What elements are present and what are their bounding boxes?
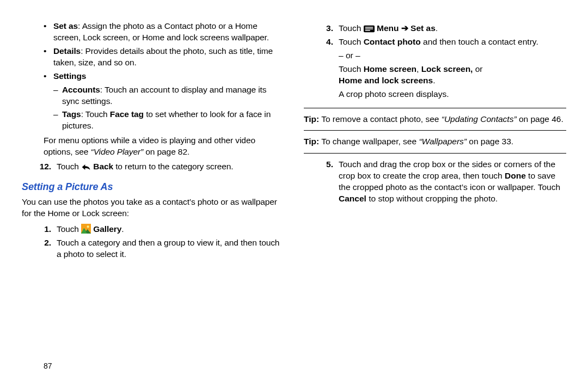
step-number: 2.: [22, 237, 57, 260]
tip-wallpapers: Tip: To change wallpaper, see “Wallpaper…: [304, 131, 566, 154]
arrow: ➔: [399, 23, 411, 33]
bullet-details: • Details: Provides details about the ph…: [22, 46, 284, 69]
step-number: 4.: [304, 36, 339, 100]
home-and-lock-label: Home and lock screens: [339, 76, 433, 85]
step4-line1-pre: Touch: [339, 37, 364, 46]
step4-line2: Touch Home screen, Lock screen, or Home …: [339, 64, 566, 87]
step-text: Touch Contact photo and then touch a con…: [339, 36, 566, 100]
dash-bold-mid: Face tag: [110, 109, 144, 119]
dash-accounts: – Accounts: Touch an account to display …: [22, 84, 284, 107]
bullet-marker: •: [22, 46, 53, 69]
video-note-post: on page 82.: [143, 147, 189, 156]
video-note: For menu options while a video is playin…: [44, 135, 284, 158]
bullet-rest: : Assign the photo as a Contact photo or…: [53, 21, 269, 42]
bullet-marker: •: [22, 71, 53, 82]
bullet-label: Details: [53, 46, 81, 56]
tip-post: on page 33.: [467, 137, 513, 146]
menu-icon: [364, 25, 375, 33]
bullet-label: Set as: [53, 21, 78, 30]
tip-label: Tip:: [304, 114, 319, 124]
tip-text: Tip: To change wallpaper, see “Wallpaper…: [304, 131, 566, 153]
gallery-icon: [81, 224, 91, 234]
bullet-text: Set as: Assign the photo as a Contact ph…: [53, 21, 284, 44]
step1-post: .: [121, 224, 124, 234]
svg-rect-3: [365, 27, 373, 28]
svg-point-1: [87, 226, 89, 228]
bullet-text: Details: Provides details about the phot…: [53, 46, 284, 69]
set-as-label: Set as: [411, 23, 436, 33]
step3-pre: Touch: [339, 23, 364, 33]
wallpapers-link: “Wallpapers”: [419, 137, 467, 146]
back-label: Back: [93, 162, 113, 171]
dash-marker: –: [53, 84, 62, 107]
lock-screen-label: Lock screen,: [421, 64, 473, 74]
home-screen-label: Home screen: [364, 64, 416, 74]
manual-page: • Set as: Assign the photo as a Contact …: [0, 0, 588, 392]
step4-line2-pre: Touch: [339, 64, 364, 74]
tip-text: Tip: To remove a contact photo, see “Upd…: [304, 108, 566, 131]
step4-line2-post: .: [433, 76, 435, 85]
tip-mid: To remove a contact photo, see: [319, 114, 442, 124]
tip-mid: To change wallpaper, see: [319, 137, 419, 146]
step-text: Touch Back to return to the category scr…: [57, 161, 284, 173]
step-number: 5.: [304, 159, 339, 205]
step-text: Touch and drag the crop box or the sides…: [339, 159, 566, 205]
done-label: Done: [505, 171, 526, 180]
step-text: Touch a category and then a group to vie…: [57, 237, 284, 260]
dash-label: Accounts: [62, 85, 100, 94]
bullet-marker: •: [22, 21, 53, 44]
dash-rest-pre: : Touch: [81, 109, 110, 119]
bullet-rest: : Provides details about the photo, such…: [53, 46, 273, 67]
left-column: • Set as: Assign the photo as a Contact …: [22, 21, 284, 262]
svg-rect-5: [365, 30, 370, 31]
step-number: 1.: [22, 224, 57, 235]
step12-pre: Touch: [57, 162, 81, 171]
updating-contacts-link: “Updating Contacts”: [442, 114, 517, 124]
step-12: 12. Touch Back to return to the category…: [22, 161, 284, 173]
right-column: 3. Touch Menu ➔ Set as.: [304, 21, 566, 262]
step-5: 5. Touch and drag the crop box or the si…: [304, 159, 566, 205]
dash-tags: – Tags: Touch Face tag to set whether to…: [22, 109, 284, 132]
step4-line3: A crop photo screen displays.: [339, 89, 566, 100]
step4-line1-post: and then touch a contact entry.: [421, 37, 538, 46]
menu-label: Menu: [377, 23, 399, 33]
dash-label: Tags: [62, 109, 81, 119]
contact-photo-label: Contact photo: [364, 37, 421, 46]
tip-updating-contacts: Tip: To remove a contact photo, see “Upd…: [304, 108, 566, 131]
page-number: 87: [44, 362, 52, 370]
svg-rect-4: [365, 28, 373, 29]
two-column-layout: • Set as: Assign the photo as a Contact …: [22, 21, 566, 262]
gallery-label: Gallery: [93, 224, 121, 234]
divider: [304, 153, 566, 154]
back-icon: [81, 163, 91, 171]
step3-post: .: [436, 23, 438, 33]
cancel-label: Cancel: [339, 194, 366, 203]
sep1: ,: [416, 64, 421, 74]
bullet-label: Settings: [53, 71, 86, 81]
dash-marker: –: [53, 109, 62, 132]
section-intro: You can use the photos you take as a con…: [22, 197, 284, 219]
step-1: 1. Touch Gallery.: [22, 224, 284, 235]
bullet-set-as: • Set as: Assign the photo as a Contact …: [22, 21, 284, 44]
step5-post: to stop without cropping the photo.: [366, 194, 498, 203]
step12-post: to return to the category screen.: [113, 162, 234, 171]
step1-pre: Touch: [57, 224, 81, 234]
step-number: 3.: [304, 23, 339, 34]
step4-or: – or –: [339, 50, 566, 62]
step-text: Touch Menu ➔ Set as.: [339, 23, 566, 34]
step-3: 3. Touch Menu ➔ Set as.: [304, 23, 566, 34]
video-player-link: “Video Player”: [91, 147, 144, 156]
sep2: or: [473, 64, 482, 74]
bullet-text: Settings: [53, 71, 284, 82]
step-2: 2. Touch a category and then a group to …: [22, 237, 284, 260]
step4-line1: Touch Contact photo and then touch a con…: [339, 36, 566, 48]
bullet-settings: • Settings: [22, 71, 284, 82]
tip-post: on page 46.: [517, 114, 564, 124]
dash-text: Accounts: Touch an account to display an…: [62, 84, 284, 107]
step-text: Touch Gallery.: [57, 224, 284, 235]
step-4: 4. Touch Contact photo and then touch a …: [304, 36, 566, 100]
step-number: 12.: [22, 161, 57, 173]
section-heading: Setting a Picture As: [22, 180, 284, 193]
tip-label: Tip:: [304, 137, 319, 146]
dash-text: Tags: Touch Face tag to set whether to l…: [62, 109, 284, 132]
